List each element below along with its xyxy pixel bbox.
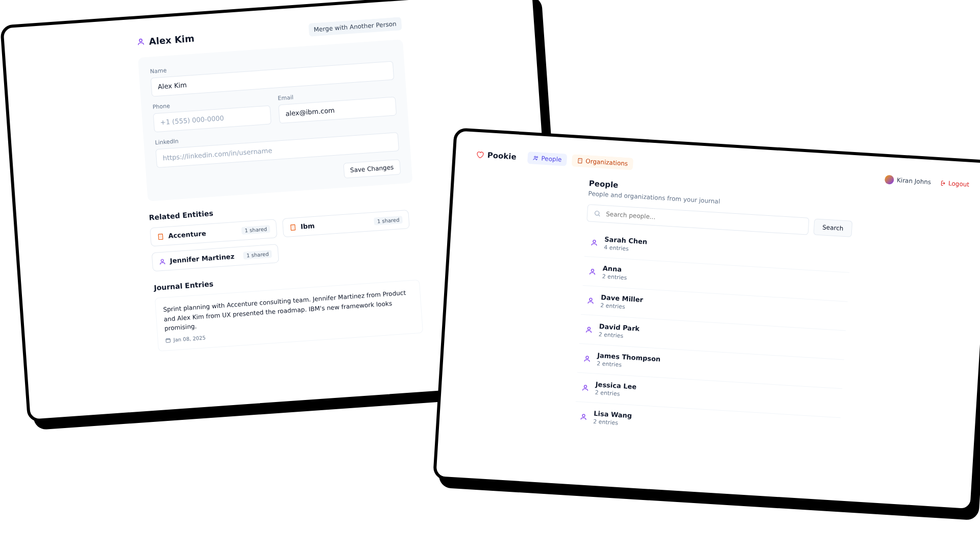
- svg-rect-7: [578, 158, 582, 163]
- svg-rect-2: [291, 224, 296, 230]
- shared-tag: 1 shared: [241, 225, 271, 235]
- related-org[interactable]: Accenture 1 shared: [150, 219, 277, 246]
- svg-point-14: [584, 385, 586, 387]
- person-entries: 2 entries: [598, 331, 639, 340]
- person-icon: [579, 413, 587, 421]
- svg-point-12: [587, 327, 590, 330]
- svg-point-13: [586, 356, 589, 359]
- user-name: Kiran Johns: [897, 177, 932, 186]
- building-icon: [157, 233, 164, 240]
- svg-point-11: [590, 298, 592, 300]
- related-org[interactable]: Ibm 1 shared: [282, 210, 410, 237]
- person-icon: [581, 384, 590, 392]
- person-icon: [159, 258, 166, 265]
- person-entries: 2 entries: [595, 389, 636, 398]
- svg-point-10: [591, 269, 594, 271]
- email-input[interactable]: [278, 96, 397, 123]
- svg-point-9: [593, 240, 596, 242]
- avatar: [884, 175, 894, 185]
- person-name: Lisa Wang: [594, 410, 632, 420]
- topbar: Pookie People Organizations Kiran Johns …: [476, 148, 970, 191]
- person-name: Alex Kim: [149, 33, 194, 46]
- related-person[interactable]: Jennifer Martinez 1 shared: [152, 244, 279, 271]
- user-menu[interactable]: Kiran Johns: [884, 175, 931, 187]
- people-icon: [532, 155, 539, 161]
- tab-people[interactable]: People: [527, 152, 567, 166]
- shared-tag: 1 shared: [243, 250, 273, 260]
- related-name: Accenture: [168, 230, 206, 240]
- logout-button[interactable]: Logout: [939, 179, 970, 188]
- building-icon: [289, 223, 297, 231]
- logout-icon: [939, 180, 946, 187]
- svg-point-3: [161, 259, 163, 262]
- svg-point-8: [595, 211, 599, 215]
- svg-rect-4: [166, 338, 170, 342]
- svg-rect-1: [158, 234, 163, 239]
- brand-name: Pookie: [487, 151, 517, 161]
- person-icon: [590, 238, 598, 246]
- save-button[interactable]: Save Changes: [343, 159, 401, 179]
- person-icon: [585, 325, 593, 334]
- merge-button[interactable]: Merge with Another Person: [308, 17, 402, 37]
- tab-organizations[interactable]: Organizations: [572, 154, 633, 170]
- person-icon: [586, 296, 595, 305]
- related-name: Ibm: [300, 222, 315, 231]
- person-icon: [589, 267, 597, 276]
- shared-tag: 1 shared: [374, 216, 403, 226]
- heart-icon: [476, 151, 484, 159]
- brand[interactable]: Pookie: [476, 150, 517, 162]
- related-name: Jennifer Martinez: [169, 253, 234, 265]
- person-name: Anna: [602, 264, 627, 273]
- person-entries: 4 entries: [604, 244, 647, 253]
- person-icon: [583, 355, 591, 363]
- person-entries: 2 entries: [602, 273, 627, 281]
- journal-entry[interactable]: Sprint planning with Accenture consultin…: [155, 280, 423, 352]
- page-title: Alex Kim: [136, 33, 194, 47]
- building-icon: [577, 158, 583, 164]
- edit-card: Name Phone Email LinkedIn Save Changes: [138, 39, 412, 202]
- person-entries: 2 entries: [600, 302, 643, 311]
- person-entries: 2 entries: [593, 418, 632, 428]
- phone-input[interactable]: [153, 105, 272, 132]
- search-input[interactable]: [605, 210, 802, 230]
- search-icon: [594, 210, 601, 217]
- svg-point-6: [536, 157, 538, 158]
- search-button[interactable]: Search: [813, 218, 852, 237]
- svg-point-5: [534, 156, 536, 158]
- svg-point-0: [139, 39, 142, 42]
- svg-point-15: [582, 414, 585, 416]
- people-list: Sarah Chen4 entriesAnna2 entriesDave Mil…: [574, 228, 851, 446]
- nav-tabs: People Organizations: [527, 152, 633, 170]
- calendar-icon: [165, 337, 171, 343]
- person-icon: [136, 37, 145, 46]
